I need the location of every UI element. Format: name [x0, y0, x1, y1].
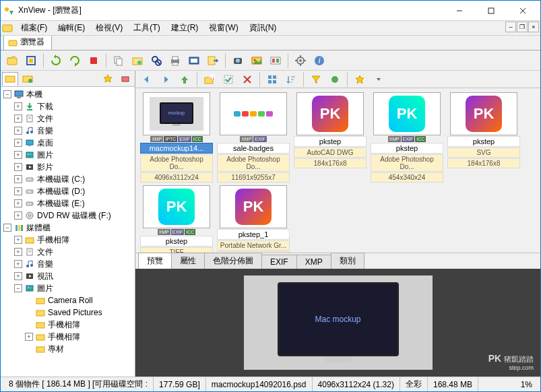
tab-search[interactable]	[117, 72, 133, 86]
ptab-categories[interactable]: 類別	[331, 253, 364, 269]
nav-back[interactable]	[138, 71, 156, 88]
tree-toggle[interactable]: +	[14, 102, 22, 110]
tab-folders[interactable]	[2, 72, 18, 86]
menu-file[interactable]: 檔案(F)	[15, 21, 53, 35]
tree-toggle[interactable]: +	[14, 248, 22, 256]
tree-desktop[interactable]: +桌面	[2, 137, 133, 149]
tree-toggle[interactable]: +	[14, 115, 22, 123]
tree-documents[interactable]: +文件	[2, 112, 133, 125]
convert-button[interactable]	[204, 52, 222, 69]
select-all[interactable]	[220, 71, 237, 88]
thumbnail-t4[interactable]: PKpkstepSVG184x176x8	[447, 92, 521, 183]
ptab-exif[interactable]: EXIF	[261, 255, 297, 269]
ptab-preview[interactable]: 預覽	[138, 253, 172, 269]
tree-toggle[interactable]: −	[3, 224, 11, 232]
menu-edit[interactable]: 編輯(E)	[53, 21, 90, 35]
thumbnail-t5[interactable]: PKXMPEXIFICCpkstepTIFF454x340x24	[139, 185, 214, 253]
menu-view[interactable]: 檢視(V)	[90, 21, 128, 35]
tree-lib-music[interactable]: +音樂	[2, 258, 133, 270]
slideshow-button[interactable]	[185, 52, 203, 69]
tree-toggle[interactable]: +	[25, 333, 33, 341]
tree-downloads[interactable]: +下載	[2, 100, 133, 112]
tree-toggle[interactable]: +	[14, 199, 22, 207]
mdi-close[interactable]: ×	[528, 22, 539, 32]
tree-toggle[interactable]: +	[14, 236, 22, 244]
tree-extra[interactable]: 專材	[2, 343, 133, 355]
fullscreen-button[interactable]	[22, 52, 40, 69]
tree-drive-e[interactable]: +本機磁碟 (E:)	[2, 197, 133, 209]
tree-music[interactable]: +音樂	[2, 125, 133, 137]
thumbnail-t6[interactable]: PKpkstep_1Portable Network Gr...513x513x…	[216, 185, 290, 253]
thumbnail-t3[interactable]: PKXMPEXIFICCpkstepAdobe Photoshop Do...4…	[370, 92, 444, 183]
tab-favorites[interactable]	[100, 72, 116, 86]
wallpaper-button[interactable]	[248, 52, 265, 69]
acquire-button[interactable]	[229, 52, 247, 69]
maximize-button[interactable]	[476, 1, 506, 20]
sort[interactable]	[282, 71, 300, 88]
tree-toggle[interactable]: +	[14, 139, 22, 147]
tree-saved[interactable]: Saved Pictures	[2, 306, 133, 319]
tree-phone3[interactable]: +手機相簿	[2, 331, 133, 343]
tree-camroll[interactable]: Camera Roll	[2, 294, 133, 306]
folder-tree[interactable]: −本機+下載+文件+音樂+桌面+圖片+影片+本機磁碟 (C:)+本機磁碟 (D:…	[1, 87, 135, 377]
tree-toggle[interactable]: +	[14, 211, 22, 220]
nav-up[interactable]	[176, 71, 193, 88]
preview-pane[interactable]: Mac mockup PK 猪凱踏踏step.com	[135, 269, 540, 377]
ptab-xmp[interactable]: XMP	[296, 255, 331, 269]
tree-toggle[interactable]: +	[14, 151, 22, 159]
tree-dvd[interactable]: +DVD RW 磁碟機 (F:)	[2, 209, 133, 222]
minimize-button[interactable]	[444, 1, 474, 20]
thumbnail-grid[interactable]: mockupXMPIPTCEXIFICCmacmockup14...Adobe …	[135, 88, 540, 253]
tree-toggle[interactable]: −	[14, 284, 22, 292]
tree-lib-camera[interactable]: +手機相簿	[2, 234, 133, 246]
tree-lib-docs[interactable]: +文件	[2, 246, 133, 258]
stop-button[interactable]	[85, 52, 102, 69]
tree-toggle[interactable]: +	[14, 187, 22, 195]
mdi-minimize[interactable]: –	[505, 22, 516, 32]
tree-toggle[interactable]: +	[14, 175, 22, 183]
tree-lib-videos[interactable]: +視訊	[2, 270, 133, 282]
search-button[interactable]	[148, 52, 165, 69]
ptab-attrs[interactable]: 屬性	[171, 253, 205, 269]
tree-phone2[interactable]: 手機相簿	[2, 319, 133, 331]
tree-toggle[interactable]: +	[14, 272, 22, 280]
thumbnail-t2[interactable]: PKpkstepAutoCAD DWG184x176x8	[293, 92, 367, 183]
fav-drop[interactable]	[370, 71, 387, 88]
refresh2-button[interactable]	[66, 52, 84, 69]
menu-info[interactable]: 資訊(N)	[244, 21, 282, 35]
tree-toggle[interactable]: −	[3, 90, 11, 98]
thumbnail-t0[interactable]: mockupXMPIPTCEXIFICCmacmockup14...Adobe …	[139, 92, 214, 183]
tree-toggle[interactable]: +	[14, 127, 22, 135]
tab-browser[interactable]: 瀏覽器	[3, 34, 52, 50]
menu-tools[interactable]: 工具(T)	[128, 21, 165, 35]
view-mode[interactable]	[263, 71, 281, 88]
close-button[interactable]	[507, 1, 538, 20]
open-button[interactable]	[3, 52, 21, 69]
settings-button[interactable]	[292, 52, 309, 69]
thumbnail-t1[interactable]: XMPEXIFsale-badgesAdobe Photoshop Do...1…	[216, 92, 290, 183]
ptab-histogram[interactable]: 色階分佈圖	[204, 253, 262, 269]
tree-drive-d[interactable]: +本機磁碟 (D:)	[2, 185, 133, 197]
filter[interactable]	[307, 71, 325, 88]
print-button[interactable]	[166, 52, 184, 69]
tree-toggle[interactable]: +	[14, 260, 22, 268]
tree-videos[interactable]: +影片	[2, 161, 133, 173]
copy-button[interactable]	[110, 52, 127, 69]
tab-categories[interactable]	[20, 72, 36, 86]
menu-create[interactable]: 建立(R)	[166, 21, 204, 35]
tree-drive-c[interactable]: +本機磁碟 (C:)	[2, 173, 133, 185]
tree-pictures[interactable]: +圖片	[2, 149, 133, 161]
tree-computer[interactable]: −本機	[2, 88, 133, 100]
tag[interactable]	[326, 71, 344, 88]
menu-window[interactable]: 視窗(W)	[203, 21, 243, 35]
delete[interactable]	[238, 71, 256, 88]
mdi-restore[interactable]: ❐	[517, 22, 528, 32]
favorite[interactable]	[351, 71, 369, 88]
browse-button[interactable]	[129, 52, 146, 69]
refresh-button[interactable]	[47, 52, 65, 69]
about-button[interactable]: i	[311, 52, 328, 69]
tree-lib-pics[interactable]: −圖片	[2, 282, 133, 294]
drawing-button[interactable]	[267, 52, 284, 69]
tree-libraries[interactable]: −媒體櫃	[2, 222, 133, 234]
new-folder[interactable]: ✱	[201, 71, 218, 88]
